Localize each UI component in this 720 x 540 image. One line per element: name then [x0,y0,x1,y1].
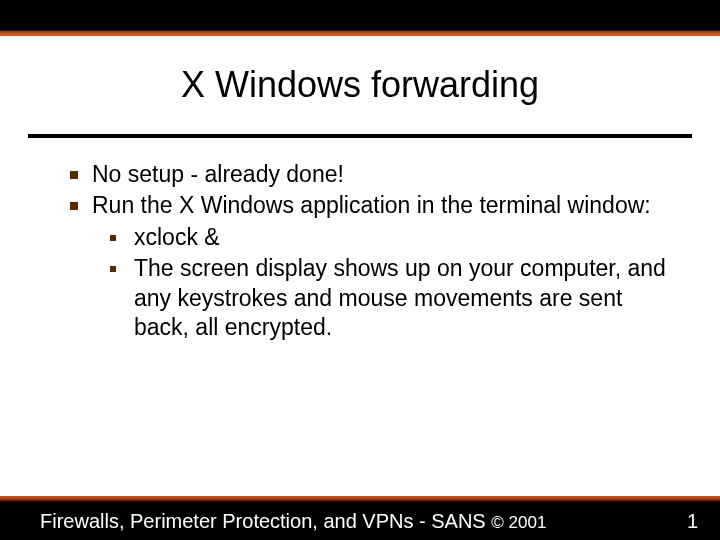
list-item: Run the X Windows application in the ter… [70,191,670,342]
bullet-list: No setup - already done! Run the X Windo… [70,160,670,343]
list-item: The screen display shows up on your comp… [110,254,670,342]
footer-bar: Firewalls, Perimeter Protection, and VPN… [0,496,720,540]
list-item: No setup - already done! [70,160,670,189]
footer-main: Firewalls, Perimeter Protection, and VPN… [40,510,491,532]
page-number: 1 [687,510,698,533]
slide-title: X Windows forwarding [20,64,700,106]
title-area: X Windows forwarding [0,36,720,120]
top-decorative-band [0,0,720,36]
sub-bullet-list: xclock & The screen display shows up on … [92,223,670,343]
list-item: xclock & [110,223,670,252]
list-item-text: Run the X Windows application in the ter… [92,192,651,218]
footer-copyright: © 2001 [491,513,546,532]
content-region: No setup - already done! Run the X Windo… [0,138,720,343]
footer-text: Firewalls, Perimeter Protection, and VPN… [40,510,546,533]
